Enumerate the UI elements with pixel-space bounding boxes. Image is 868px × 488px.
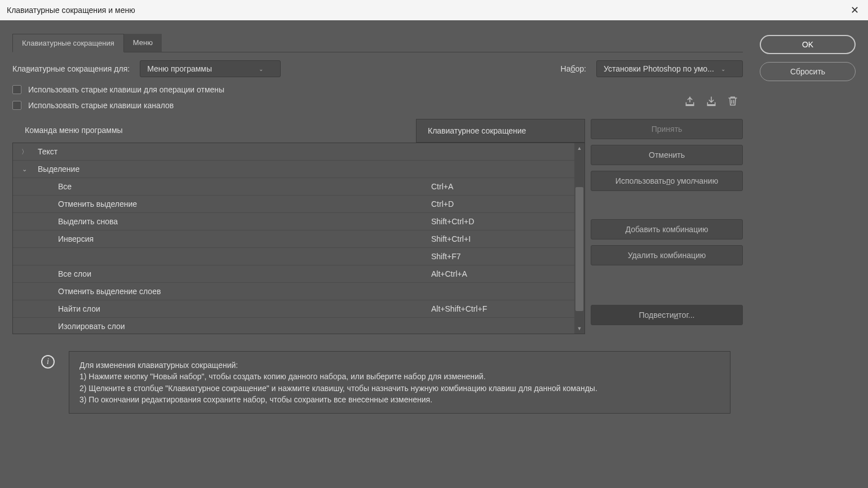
grid-header: Команда меню программы Клавиатурное сокр…: [12, 119, 585, 143]
svg-rect-0: [686, 105, 694, 107]
tab-bar: Клавиатурные сокращения Меню: [12, 34, 743, 52]
cancel-button[interactable]: Отменить: [591, 145, 743, 165]
command-name: Отменить выделение: [36, 199, 427, 208]
expand-icon[interactable]: ⌄: [13, 166, 36, 173]
command-name: Все: [36, 182, 427, 191]
command-name: Текст: [36, 147, 427, 156]
select-shortcuts-for-value: Меню программы: [147, 64, 212, 73]
command-name: Найти слои: [36, 304, 427, 313]
shortcut-value[interactable]: Alt+Shift+Ctrl+F: [427, 304, 584, 313]
table-row[interactable]: Shift+F7: [13, 248, 584, 265]
trash-icon[interactable]: [727, 95, 738, 107]
chevron-down-icon: ⌄: [259, 66, 263, 72]
grid-body: 〉Текст⌄ВыделениеВсеCtrl+AОтменить выделе…: [12, 143, 585, 334]
add-shortcut-button[interactable]: Добавить комбинацию: [591, 219, 743, 239]
command-name: Изолировать слои: [36, 322, 427, 331]
shortcut-value[interactable]: Ctrl+D: [427, 199, 584, 208]
shortcut-value[interactable]: Alt+Ctrl+A: [427, 269, 584, 278]
table-row[interactable]: Отменить выделениеCtrl+D: [13, 196, 584, 213]
label-legacy-channels: Использовать старые клавиши каналов: [28, 101, 174, 110]
command-name: Все слои: [36, 269, 427, 278]
select-set-value: Установки Photoshop по умо...: [604, 64, 714, 73]
column-shortcut[interactable]: Клавиатурное сокращение: [416, 119, 585, 143]
shortcut-value[interactable]: Ctrl+A: [427, 182, 584, 191]
delete-shortcut-button[interactable]: Удалить комбинацию: [591, 245, 743, 265]
tab-menus[interactable]: Меню: [124, 34, 162, 52]
titlebar: Клавиатурные сокращения и меню ✕: [0, 0, 868, 20]
label-set: Набор:: [561, 64, 586, 73]
info-line1: 1) Нажмите кнопку "Новый набор", чтобы с…: [79, 371, 720, 382]
save-icon[interactable]: [706, 95, 717, 107]
window-title: Клавиатурные сокращения и меню: [7, 6, 135, 15]
scroll-down-icon[interactable]: ▼: [574, 323, 584, 334]
command-name: Отменить выделение слоев: [36, 287, 427, 296]
expand-icon[interactable]: 〉: [13, 148, 36, 156]
column-command: Команда меню программы: [25, 119, 416, 143]
command-name: Выделение: [36, 165, 427, 174]
table-row[interactable]: Выделить сноваShift+Ctrl+D: [13, 213, 584, 230]
chevron-down-icon: ⌄: [721, 66, 725, 72]
info-heading: Для изменения клавиатурных сокращений:: [79, 360, 720, 371]
use-default-button[interactable]: Использовать по умолчанию: [591, 171, 743, 191]
info-icon: i: [41, 355, 55, 369]
close-icon[interactable]: ✕: [848, 2, 861, 19]
label-legacy-undo: Использовать старые клавиши для операции…: [28, 85, 224, 94]
shortcut-value[interactable]: Shift+Ctrl+I: [427, 234, 584, 243]
table-row[interactable]: Отменить выделение слоев: [13, 283, 584, 300]
save-as-icon[interactable]: [684, 95, 696, 107]
scrollbar[interactable]: ▲ ▼: [574, 143, 584, 334]
table-row[interactable]: 〉Текст: [13, 143, 584, 161]
command-name: Выделить снова: [36, 217, 427, 226]
select-shortcuts-for[interactable]: Меню программы ⌄: [140, 60, 281, 77]
accept-button[interactable]: Принять: [591, 119, 743, 139]
table-row[interactable]: ⌄Выделение: [13, 161, 584, 178]
scrollbar-thumb[interactable]: [575, 187, 583, 311]
summarize-button[interactable]: Подвести итог...: [591, 305, 743, 325]
checkbox-legacy-channels[interactable]: [12, 101, 21, 110]
table-row[interactable]: Найти слоиAlt+Shift+Ctrl+F: [13, 300, 584, 318]
shortcut-value[interactable]: Shift+F7: [427, 252, 584, 261]
label-shortcuts-for: Клавиатурные сокращения для:: [12, 64, 130, 73]
checkbox-legacy-undo[interactable]: [12, 85, 21, 94]
shortcut-value[interactable]: Shift+Ctrl+D: [427, 217, 584, 226]
table-row[interactable]: ВсеCtrl+A: [13, 178, 584, 196]
table-row[interactable]: Все слоиAlt+Ctrl+A: [13, 265, 584, 283]
ok-button[interactable]: OK: [760, 35, 856, 54]
svg-rect-1: [707, 105, 716, 107]
select-set[interactable]: Установки Photoshop по умо... ⌄: [596, 60, 743, 77]
reset-button[interactable]: Сбросить: [760, 62, 856, 81]
info-line2: 2) Щелкните в столбце "Клавиатурное сокр…: [79, 383, 720, 394]
table-row[interactable]: Изолировать слои: [13, 318, 584, 334]
table-row[interactable]: ИнверсияShift+Ctrl+I: [13, 230, 584, 248]
scroll-up-icon[interactable]: ▲: [574, 143, 584, 153]
command-name: Инверсия: [36, 234, 427, 243]
info-line3: 3) По окончании редактирования сохраните…: [79, 394, 720, 405]
info-box: i Для изменения клавиатурных сокращений:…: [69, 351, 730, 414]
tab-shortcuts[interactable]: Клавиатурные сокращения: [12, 34, 124, 52]
